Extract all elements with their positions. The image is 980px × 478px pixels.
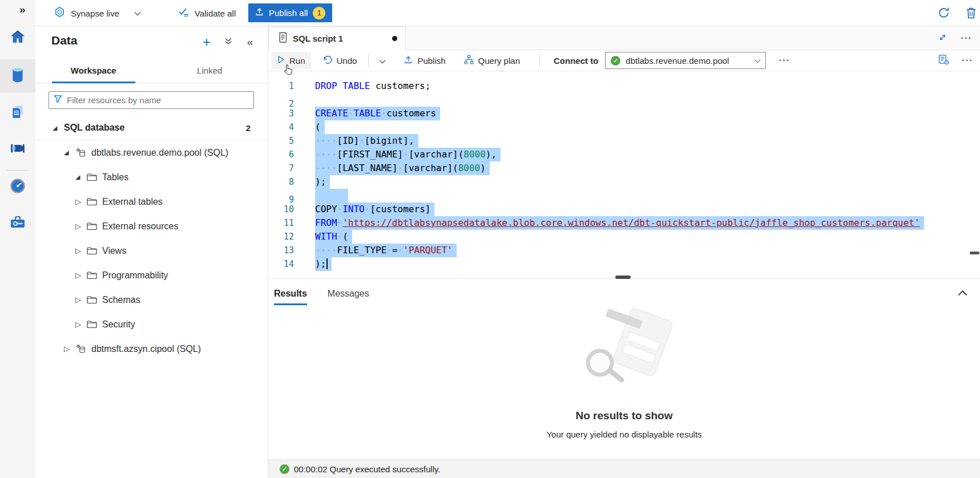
nav-home[interactable] — [0, 21, 35, 54]
code-line-14: 14); — [268, 257, 980, 271]
folder-icon — [87, 320, 97, 329]
properties-button[interactable] — [938, 54, 949, 67]
collapse-results-button[interactable] — [958, 288, 967, 298]
code-line-8: 8); — [268, 175, 980, 189]
folder-icon — [87, 173, 97, 181]
splitter-handle[interactable] — [615, 276, 631, 279]
pool-name: dbtlabs.revenue.demo.pool — [626, 56, 754, 66]
tree-item-security[interactable]: ▷Security — [35, 312, 268, 337]
tree-item-dbtmsft-azsyn-cipool-sql[interactable]: ▷dbtmsft.azsyn.cipool (SQL) — [35, 337, 268, 361]
nav-monitor[interactable] — [0, 171, 35, 204]
collapsed-twisty-icon[interactable]: ▷ — [75, 246, 87, 255]
funnel-icon — [54, 95, 62, 106]
tab-messages[interactable]: Messages — [328, 279, 369, 309]
expanded-twisty-icon[interactable]: ◢ — [64, 149, 75, 156]
left-nav-rail: » — [0, 0, 35, 478]
tab-linked[interactable]: Linked — [152, 58, 268, 83]
refresh-button[interactable] — [936, 6, 951, 21]
collapse-all-button[interactable] — [222, 36, 235, 48]
toolbar-more-button[interactable]: ··· — [962, 55, 973, 66]
gauge-icon — [10, 179, 25, 196]
collapsed-twisty-icon[interactable]: ▷ — [75, 271, 87, 279]
code-line-3: 3CREATE·TABLE·customers — [268, 107, 980, 120]
tree-item-label: dbtmsft.azsyn.cipool (SQL) — [91, 344, 201, 354]
editor-scrollbar-thumb[interactable] — [970, 252, 979, 254]
tree-item-label: Schemas — [102, 295, 140, 305]
tree-item-programmability[interactable]: ▷Programmability — [35, 263, 268, 287]
line-number: 3 — [268, 107, 294, 120]
line-number: 4 — [268, 120, 294, 134]
refresh-icon — [938, 7, 950, 21]
nav-manage[interactable] — [0, 207, 35, 240]
validate-all-button[interactable]: Validate all — [178, 0, 236, 26]
run-options-chevron[interactable] — [374, 52, 390, 69]
collapsed-twisty-icon[interactable]: ▷ — [75, 295, 87, 304]
code-editor[interactable]: 1DROP TABLE customers;23CREATE·TABLE·cus… — [268, 71, 980, 278]
tree-item-label: External resources — [102, 221, 178, 232]
tab-results[interactable]: Results — [274, 279, 307, 309]
expanded-twisty-icon[interactable]: ◢ — [53, 124, 64, 132]
properties-icon — [938, 54, 949, 67]
code-line-10: 10COPY·INTO·[customers] — [268, 202, 980, 216]
line-number: 6 — [268, 148, 294, 161]
nav-data[interactable] — [0, 59, 35, 92]
expanded-twisty-icon[interactable]: ◢ — [75, 173, 87, 181]
tab-sql-script-1[interactable]: SQL script 1 — [268, 26, 406, 50]
tab-more-button[interactable]: ··· — [961, 33, 972, 44]
filter-input[interactable] — [67, 95, 249, 105]
results-tabbar: Results Messages — [268, 278, 980, 308]
folder-icon — [87, 271, 97, 279]
nav-develop[interactable] — [0, 96, 35, 129]
sql-pool-icon — [75, 148, 86, 158]
line-number: 11 — [268, 216, 294, 230]
publish-all-button[interactable]: Publish all 1 — [248, 3, 332, 22]
tab-workspace[interactable]: Workspace — [35, 58, 152, 83]
folder-icon — [87, 222, 97, 230]
topbar: Synapse live Validate all Publish all 1 — [35, 0, 980, 26]
add-resource-button[interactable]: + — [200, 36, 213, 48]
tree-item-dbtlabs-revenue-demo-pool-sql[interactable]: ◢dbtlabs.revenue.demo.pool (SQL) — [35, 140, 268, 165]
tree-item-views[interactable]: ▷Views — [35, 238, 268, 263]
toolbox-icon — [10, 215, 26, 232]
develop-icon — [10, 104, 25, 121]
tree-item-count: 2 — [246, 123, 251, 133]
tree-item-external-tables[interactable]: ▷External tables — [35, 189, 268, 214]
delete-button[interactable] — [963, 6, 978, 21]
line-number: 1 — [268, 79, 294, 93]
connect-to-label: Connect to — [554, 56, 598, 66]
folder-icon — [87, 295, 97, 304]
double-chevron-down-icon — [224, 37, 232, 47]
collapsed-twisty-icon[interactable]: ▷ — [75, 320, 87, 329]
collapse-panel-button[interactable]: « — [244, 36, 256, 48]
expand-sidebar-button[interactable]: » — [19, 3, 26, 16]
text-caret — [326, 258, 328, 269]
code-line-7: 7····[LAST_NAME]·[varchar](8000) — [268, 161, 980, 175]
query-plan-icon — [464, 55, 474, 66]
tree-item-label: dbtlabs.revenue.demo.pool (SQL) — [91, 148, 228, 158]
code-line-11: 11FROM·'https://dbtlabsynapsedatalake.bl… — [268, 216, 980, 230]
chevron-down-icon — [379, 56, 386, 66]
tree-item-external-resources[interactable]: ▷External resources — [35, 214, 268, 238]
collapsed-twisty-icon[interactable]: ▷ — [75, 197, 87, 206]
query-plan-button[interactable]: Query plan — [458, 52, 526, 69]
nav-integrate[interactable] — [0, 133, 35, 166]
code-line-9: 9 — [268, 189, 980, 202]
pool-selector-dropdown[interactable]: dbtlabs.revenue.demo.pool — [605, 52, 766, 69]
collapsed-twisty-icon[interactable]: ▷ — [64, 345, 75, 353]
run-button[interactable]: Run — [272, 52, 311, 69]
undo-icon — [322, 55, 332, 66]
tree-item-sql-database[interactable]: ◢SQL database2 — [35, 116, 268, 140]
tree-item-tables[interactable]: ◢Tables — [35, 165, 268, 189]
checklist-icon — [178, 7, 189, 19]
undo-button[interactable]: Undo — [317, 52, 363, 69]
tree-item-schemas[interactable]: ▷Schemas — [35, 287, 268, 312]
publish-button[interactable]: Publish — [398, 52, 451, 69]
status-bar: 00:00:02 Query executed successfully. — [268, 459, 980, 478]
maximize-button[interactable] — [938, 33, 947, 44]
code-line-13: 13····FILE_TYPE·=·'PARQUET' — [268, 244, 980, 257]
synapse-live-selector[interactable]: Synapse live — [54, 0, 141, 26]
results-empty-state: No results to show Your query yielded no… — [268, 308, 980, 459]
connected-check-icon — [611, 56, 620, 66]
collapsed-twisty-icon[interactable]: ▷ — [75, 222, 87, 230]
connect-more-button[interactable]: ··· — [779, 55, 790, 66]
